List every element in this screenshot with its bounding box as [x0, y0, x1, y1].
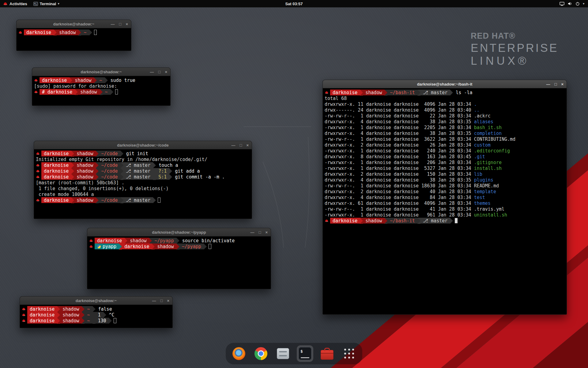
output-text: -rw-rw-r--. 1 darknoise darknoise 22 Jan… — [325, 113, 491, 119]
window-titlebar[interactable]: darknoise@shadow:~/bash-it—□× — [323, 80, 567, 88]
powerline-arrow — [417, 90, 420, 96]
app-menu-terminal[interactable]: Terminal ▾ — [30, 0, 62, 7]
prompt-segment-user: darknoise — [95, 238, 124, 243]
dock-files[interactable] — [275, 345, 291, 362]
prompt-segment-stat: S:1 — [156, 174, 169, 180]
terminal-body[interactable]: darknoiseshadow~/pyapp source bin/activa… — [87, 236, 271, 289]
window-titlebar[interactable]: darknoise@shadow:~—□× — [20, 297, 172, 305]
terminal-line: [master (root-commit) 50bcb63] . — [36, 180, 250, 186]
dock-app-grid[interactable] — [341, 345, 357, 362]
prompt-segment-git: ⎇ master — [123, 168, 153, 174]
powerline-arrow — [153, 197, 156, 203]
terminal-line: create mode 100644 a — [36, 191, 250, 197]
clock[interactable]: Sat 03:57 — [285, 2, 303, 6]
dock-terminal[interactable]: $ — [297, 345, 313, 362]
close-button[interactable]: × — [265, 230, 268, 234]
maximize-button[interactable]: □ — [555, 82, 557, 86]
window-titlebar[interactable]: darknoise@shadow:~/code—□× — [34, 141, 252, 149]
minimize-button[interactable]: — — [251, 230, 254, 234]
terminal-body[interactable]: darknoiseshadow~/code git initInitialize… — [34, 149, 252, 219]
powerline-arrow — [69, 77, 72, 83]
dock-toolbox[interactable] — [319, 345, 335, 362]
terminal-body[interactable]: darknoiseshadow~/bash-it⎇ master ls -lat… — [323, 88, 567, 314]
window-title: darknoise@shadow:~ — [81, 70, 122, 74]
terminal-icon: $ — [299, 347, 311, 360]
redhat-icon — [36, 163, 40, 167]
close-button[interactable]: × — [126, 22, 128, 26]
display-icon — [560, 2, 564, 6]
window-titlebar[interactable]: darknoise@shadow:~—□× — [32, 68, 170, 76]
command-text: ls -la — [453, 90, 472, 95]
output-text: drwxrwxr-x. 2 darknoise darknoise 150 Ja… — [325, 171, 474, 177]
powerline-arrow — [89, 29, 92, 36]
prompt-segment-path: ~/pyapp — [152, 238, 176, 243]
powerline-arrow — [204, 243, 207, 250]
output-text: create mode 100644 a — [36, 192, 94, 197]
prompt-segment-exit: 1 — [96, 312, 103, 318]
terminal-line: darknoiseshadow~/code⎇ master?:1 git add… — [36, 168, 250, 174]
close-button[interactable]: × — [246, 143, 249, 147]
close-button[interactable]: × — [167, 299, 169, 303]
prompt-segment-git: ⎇ master — [420, 90, 450, 95]
executable-name: .editorconfig — [474, 148, 510, 154]
window-title: darknoise@shadow:~/code — [117, 143, 168, 148]
system-status-area[interactable]: ▾ — [556, 0, 588, 7]
terminal-body[interactable]: darknoiseshadow~ — [17, 28, 131, 51]
minimize-button[interactable]: — — [546, 82, 550, 86]
powerline-arrow — [176, 238, 179, 244]
powerline-arrow — [384, 90, 387, 96]
directory-name: . — [474, 102, 477, 107]
powerline-arrow — [71, 162, 74, 168]
window-titlebar[interactable]: darknoise@shadow:~/pyapp—□× — [87, 228, 271, 236]
dock-firefox[interactable] — [231, 345, 247, 362]
close-button[interactable]: × — [561, 82, 564, 86]
output-text: -rwxrwxr-x. 1 darknoise darknoise 961 Ja… — [325, 212, 474, 218]
minimize-button[interactable]: — — [232, 143, 236, 147]
prompt-segment-host: shadow — [60, 318, 81, 324]
powerline-arrow — [110, 89, 113, 95]
prompt-segment-host: shadow — [155, 243, 176, 249]
directory-name: plugins — [474, 177, 493, 183]
terminal-cursor — [158, 197, 160, 203]
maximize-button[interactable]: □ — [158, 70, 161, 74]
terminal-cursor — [115, 89, 118, 94]
powerline-arrow — [92, 312, 96, 318]
terminal-line: darknoiseshadow~/code⎇ masterS:1 git com… — [36, 174, 250, 180]
maximize-button[interactable]: □ — [259, 230, 261, 234]
terminal-cursor — [94, 30, 97, 35]
maximize-button[interactable]: □ — [119, 22, 122, 26]
powerline-arrow — [81, 318, 85, 324]
minimize-button[interactable]: — — [111, 22, 115, 26]
directory-name: .. — [474, 107, 480, 113]
powerline-arrow — [94, 77, 97, 83]
window-controls: —□× — [251, 228, 268, 236]
powerline-arrow — [450, 90, 453, 96]
terminal-window: darknoise@shadow:~—□×darknoiseshadow~ su… — [32, 67, 171, 106]
dock-chrome[interactable] — [253, 345, 269, 362]
terminal-line: drwxrwxr-x. 11 darknoise darknoise 4096 … — [325, 101, 565, 107]
terminal-body[interactable]: darknoiseshadow~ sudo true[sudo] passwor… — [32, 76, 170, 105]
prompt-segment-host: shadow — [363, 218, 384, 224]
window-titlebar[interactable]: darknoise@shadow:~—□× — [17, 20, 131, 28]
output-text: drwxrwxr-x. 4 darknoise darknoise 38 Jan… — [325, 131, 474, 136]
minimize-button[interactable]: — — [150, 70, 154, 74]
terminal-body[interactable]: darknoiseshadow~ falsedarknoiseshadow~1 … — [20, 305, 172, 328]
powerline-arrow — [92, 306, 96, 312]
executable-name: bash_it.sh — [474, 125, 502, 130]
prompt-segment-user: darknoise — [40, 77, 69, 83]
powerline-arrow — [71, 174, 74, 180]
maximize-button[interactable]: □ — [160, 299, 163, 303]
powerline-arrow — [81, 312, 85, 318]
powerline-arrow — [71, 197, 74, 203]
powerline-arrow — [96, 151, 99, 157]
prompt-segment-path: ~/code — [99, 151, 120, 156]
output-text: 1 file changed, 0 insertions(+), 0 delet… — [36, 186, 168, 191]
minimize-button[interactable]: — — [152, 299, 156, 303]
powerline-arrow — [81, 306, 85, 312]
prompt-segment-user: darknoise — [41, 174, 71, 180]
activities-button[interactable]: Activities — [0, 0, 30, 7]
close-button[interactable]: × — [165, 70, 167, 74]
maximize-button[interactable]: □ — [240, 143, 242, 147]
powerline-arrow — [96, 174, 99, 180]
window-controls: —□× — [150, 68, 167, 76]
